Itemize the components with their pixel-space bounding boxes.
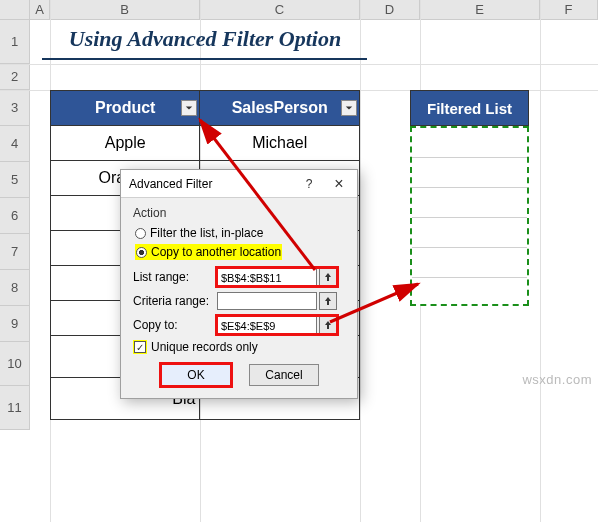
row-header-5[interactable]: 5 [0, 162, 30, 198]
col-header-e[interactable]: E [420, 0, 540, 20]
header-salesperson[interactable]: SalesPerson [200, 91, 360, 126]
criteria-range-picker[interactable] [319, 292, 337, 310]
cancel-button[interactable]: Cancel [249, 364, 319, 386]
col-header-d[interactable]: D [360, 0, 420, 20]
check-icon: ✓ [134, 341, 146, 353]
list-range-label: List range: [133, 270, 211, 284]
dialog-close-button[interactable]: × [329, 170, 349, 198]
watermark: wsxdn.com [522, 372, 592, 387]
radio-copy-location[interactable]: Copy to another location [133, 242, 347, 262]
row-header-7[interactable]: 7 [0, 234, 30, 270]
filtered-list-selection[interactable] [410, 126, 529, 306]
col-header-f[interactable]: F [540, 0, 598, 20]
dialog-help-button[interactable]: ? [299, 170, 319, 198]
cell-e5[interactable] [412, 158, 527, 188]
row-headers: 1 2 3 4 5 6 7 8 9 10 11 [0, 20, 30, 430]
filter-dropdown-product[interactable] [181, 100, 197, 116]
col-header-c[interactable]: C [200, 0, 360, 20]
radio-copy-label: Copy to another location [151, 245, 281, 259]
unique-records-label: Unique records only [151, 340, 258, 354]
filtered-list-header[interactable]: Filtered List [410, 90, 529, 126]
copy-to-label: Copy to: [133, 318, 211, 332]
radio-filter-inplace[interactable]: Filter the list, in-place [133, 224, 347, 242]
header-salesperson-label: SalesPerson [232, 99, 328, 116]
list-range-picker[interactable] [319, 268, 337, 286]
page-title: Using Advanced Filter Option [50, 26, 360, 52]
header-product-label: Product [95, 99, 155, 116]
advanced-filter-dialog: Advanced Filter ? × Action Filter the li… [120, 169, 358, 399]
row-header-9[interactable]: 9 [0, 306, 30, 342]
dialog-title: Advanced Filter [129, 170, 212, 198]
header-product[interactable]: Product [51, 91, 200, 126]
column-headers: A B C D E F [0, 0, 598, 20]
row-header-11[interactable]: 11 [0, 386, 30, 430]
radio-icon [135, 228, 146, 239]
cell-c4[interactable]: Michael [200, 126, 360, 161]
row-header-3[interactable]: 3 [0, 90, 30, 126]
radio-inplace-label: Filter the list, in-place [150, 226, 263, 240]
spreadsheet-grid: A B C D E F 1 2 3 4 5 6 7 8 9 10 11 Usin… [0, 0, 598, 522]
cell-e4[interactable] [412, 128, 527, 158]
cell-b4[interactable]: Apple [51, 126, 200, 161]
unique-records-checkbox[interactable]: ✓ Unique records only [133, 340, 347, 354]
copy-to-picker[interactable] [319, 316, 337, 334]
criteria-range-input[interactable] [217, 292, 317, 310]
col-header-b[interactable]: B [50, 0, 200, 20]
row-header-10[interactable]: 10 [0, 342, 30, 386]
row-header-6[interactable]: 6 [0, 198, 30, 234]
action-group-label: Action [133, 206, 347, 220]
row-header-1[interactable]: 1 [0, 20, 30, 64]
list-range-input[interactable]: $B$4:$B$11 [217, 268, 317, 286]
select-all-corner[interactable] [0, 0, 30, 20]
cell-e6[interactable] [412, 188, 527, 218]
filter-dropdown-salesperson[interactable] [341, 100, 357, 116]
col-header-a[interactable]: A [30, 0, 50, 20]
ok-button[interactable]: OK [161, 364, 231, 386]
cell-e7[interactable] [412, 218, 527, 248]
row-header-8[interactable]: 8 [0, 270, 30, 306]
row-header-2[interactable]: 2 [0, 64, 30, 90]
radio-icon-selected [136, 247, 147, 258]
row-header-4[interactable]: 4 [0, 126, 30, 162]
dialog-titlebar[interactable]: Advanced Filter ? × [121, 170, 357, 198]
cell-e9[interactable] [412, 278, 527, 308]
cell-e8[interactable] [412, 248, 527, 278]
criteria-range-label: Criteria range: [133, 294, 211, 308]
title-underline [42, 58, 367, 60]
copy-to-input[interactable]: $E$4:$E$9 [217, 316, 317, 334]
